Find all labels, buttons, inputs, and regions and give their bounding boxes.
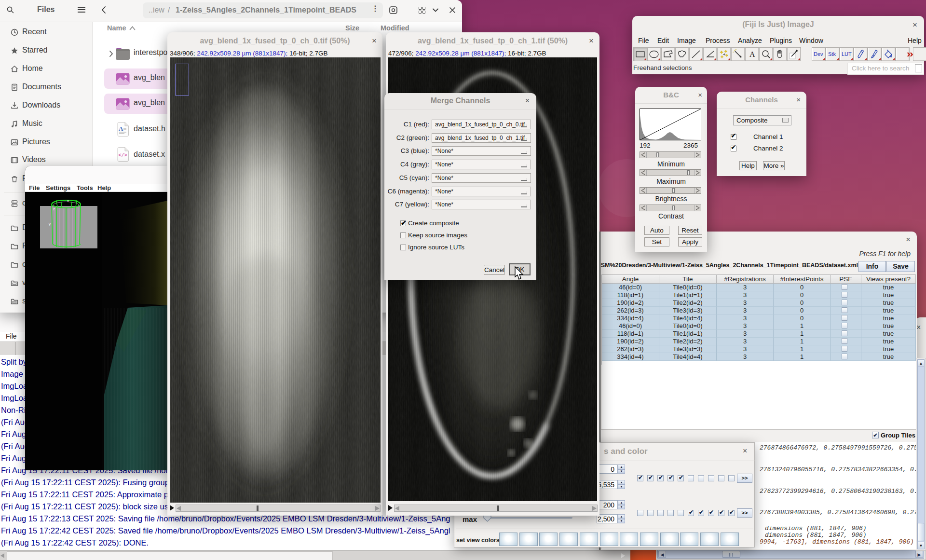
svg-text:y: y xyxy=(49,222,51,226)
svg-text:x: x xyxy=(67,199,69,203)
svg-text:z: z xyxy=(53,207,55,211)
svg-text:</>: </> xyxy=(119,153,127,158)
svg-text:Stk: Stk xyxy=(828,51,836,57)
svg-text:A: A xyxy=(749,50,755,58)
svg-text:A: A xyxy=(119,125,123,132)
svg-text:LUT: LUT xyxy=(842,51,852,57)
svg-text:Dev: Dev xyxy=(814,51,823,57)
